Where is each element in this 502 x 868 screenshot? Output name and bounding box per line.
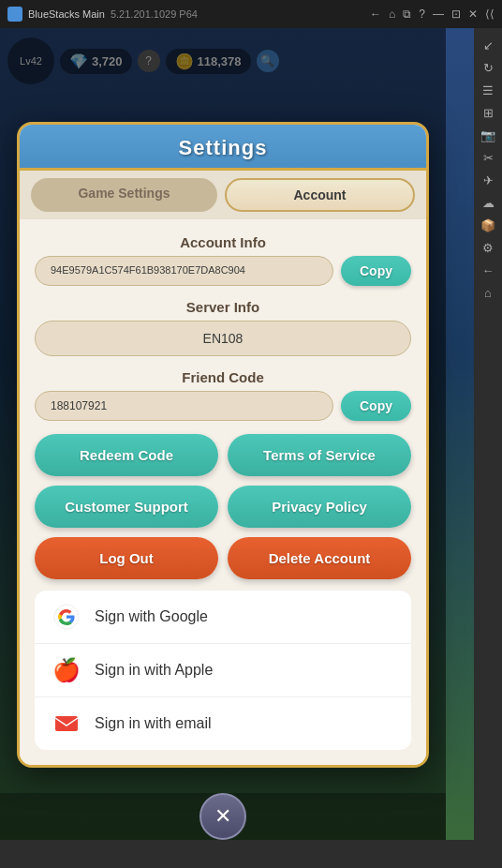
action-buttons-grid: Redeem Code Terms of Service Customer Su…	[35, 434, 411, 579]
server-info-label: Server Info	[35, 299, 411, 315]
tab-bar: Game Settings Account	[20, 171, 426, 219]
right-sidebar: ↙ ↻ ☰ ⊞ 📷 ✂ ✈ ☁ 📦 ⚙ ← ⌂	[474, 28, 502, 840]
home-nav-button[interactable]: ✕	[199, 793, 246, 840]
modal-overlay: Settings Game Settings Account	[0, 28, 446, 840]
sidebar-icon-2[interactable]: ↻	[479, 58, 497, 77]
privacy-policy-button[interactable]: Privacy Policy	[228, 486, 411, 528]
sidebar-icon-airplane[interactable]: ✈	[479, 171, 497, 189]
signin-apple-label: Sign in with Apple	[95, 662, 213, 679]
copy-account-button[interactable]: Copy	[341, 256, 411, 286]
log-out-button[interactable]: Log Out	[35, 537, 218, 579]
sidebar-icon-gear[interactable]: ⚙	[479, 238, 497, 257]
sidebar-icon-home[interactable]: ⌂	[479, 283, 497, 302]
minimize-btn[interactable]: —	[433, 7, 444, 21]
signin-google[interactable]: Sign with Google	[35, 591, 411, 644]
tab-account[interactable]: Account	[225, 178, 415, 212]
tab-btn[interactable]: ⧉	[403, 7, 411, 21]
sidebar-icon-scissors[interactable]: ✂	[479, 148, 497, 167]
friend-code-value: 188107921	[35, 391, 333, 421]
svg-rect-1	[55, 716, 78, 731]
help-btn[interactable]: ?	[419, 7, 425, 21]
account-info-value: 94E9579A1C574F61B938170E7DA8C904	[35, 256, 333, 286]
sidebar-icon-4[interactable]: ⊞	[479, 103, 497, 122]
modal-header: Settings	[20, 125, 426, 171]
sidebar-icon-camera[interactable]: 📷	[479, 126, 497, 144]
customer-support-button[interactable]: Customer Support	[35, 486, 218, 528]
signin-email[interactable]: Sign in with email	[35, 697, 411, 750]
window-controls: ← ⌂ ⧉ ? — ⊡ ✕ ⟨⟨	[370, 7, 495, 21]
redeem-code-button[interactable]: Redeem Code	[35, 434, 218, 476]
bluestacks-icon	[7, 7, 22, 22]
game-area: Lv42 💎 3,720 ? 🪙 118,378 🔍 Settings	[0, 28, 474, 840]
bluestacks-frame: BlueStacks Main 5.21.201.1029 P64 ← ⌂ ⧉ …	[0, 0, 502, 868]
account-info-label: Account Info	[35, 234, 411, 250]
friend-code-label: Friend Code	[35, 369, 411, 385]
google-icon	[53, 604, 80, 630]
home-btn[interactable]: ⌂	[389, 7, 395, 21]
copy-friend-code-button[interactable]: Copy	[341, 391, 411, 421]
maximize-btn[interactable]: ⊡	[451, 7, 461, 21]
sidebar-icon-back[interactable]: ←	[479, 261, 497, 279]
bottom-bar: ✕	[0, 793, 446, 840]
signin-google-label: Sign with Google	[95, 608, 208, 625]
terms-of-service-button[interactable]: Terms of Service	[228, 434, 411, 476]
back-btn[interactable]: ←	[370, 7, 381, 21]
settings-modal: Settings Game Settings Account	[17, 122, 429, 768]
apple-icon: 🍎	[53, 657, 80, 683]
sidebar-icon-3[interactable]: ☰	[479, 81, 497, 99]
modal-title: Settings	[20, 136, 426, 160]
friend-code-row: 188107921 Copy	[35, 391, 411, 421]
account-info-row: 94E9579A1C574F61B938170E7DA8C904 Copy	[35, 256, 411, 286]
app-title: BlueStacks Main	[28, 8, 105, 20]
collapse-btn[interactable]: ⟨⟨	[485, 7, 495, 21]
close-btn[interactable]: ✕	[468, 7, 478, 21]
signin-email-label: Sign in with email	[95, 715, 212, 732]
sidebar-icon-cloud[interactable]: ☁	[479, 193, 497, 212]
signin-apple[interactable]: 🍎 Sign in with Apple	[35, 644, 411, 697]
modal-body: Account Info 94E9579A1C574F61B938170E7DA…	[20, 219, 426, 765]
delete-account-button[interactable]: Delete Account	[228, 537, 411, 579]
sidebar-icon-1[interactable]: ↙	[479, 36, 497, 54]
sidebar-icon-box[interactable]: 📦	[479, 216, 497, 234]
app-subtitle: 5.21.201.1029 P64	[111, 8, 198, 20]
server-info-value: EN108	[35, 321, 411, 356]
top-bar: BlueStacks Main 5.21.201.1029 P64 ← ⌂ ⧉ …	[0, 0, 502, 28]
tab-game-settings[interactable]: Game Settings	[31, 178, 217, 212]
email-icon	[53, 711, 80, 737]
signin-section: Sign with Google 🍎 Sign in with Apple	[35, 591, 411, 750]
